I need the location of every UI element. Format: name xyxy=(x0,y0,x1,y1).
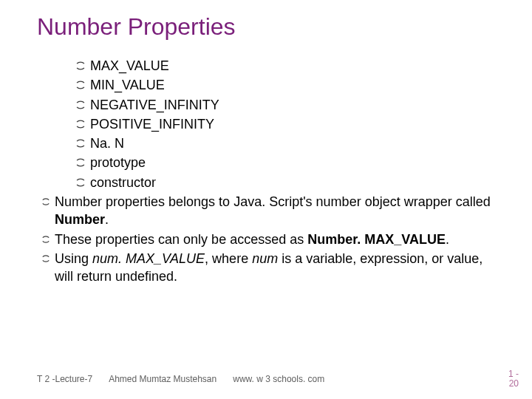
list-item: MAX_VALUE xyxy=(75,57,502,75)
text-bold: Number. MAX_VALUE xyxy=(307,232,446,247)
bullet-icon xyxy=(75,138,86,149)
paragraph: Using num. MAX_VALUE, where num is a var… xyxy=(41,250,502,286)
text-italic: num xyxy=(252,251,282,266)
text-bold: Number xyxy=(55,212,105,227)
bullet-icon xyxy=(41,235,50,244)
content: MAX_VALUE MIN_VALUE NEGATIVE_INFINITY PO… xyxy=(37,57,502,286)
footer-left: T 2 -Lecture-7 xyxy=(37,374,92,384)
list-item: prototype xyxy=(75,154,502,171)
text: , where xyxy=(205,251,252,266)
bullet-icon xyxy=(41,197,50,206)
text: . xyxy=(105,212,109,227)
paragraph-text: Using num. MAX_VALUE, where num is a var… xyxy=(55,250,502,286)
list-item-label: prototype xyxy=(90,154,502,171)
page-number: 1 - 20 xyxy=(508,369,519,389)
list-item: MIN_VALUE xyxy=(75,76,502,94)
text: . xyxy=(446,232,449,247)
page-title: Number Properties xyxy=(37,13,502,41)
bullet-icon xyxy=(75,157,86,168)
list-item-label: Na. N xyxy=(90,134,502,152)
page-number-bot: 20 xyxy=(508,379,519,389)
text: These properties can only be accessed as xyxy=(55,232,307,247)
text: Using xyxy=(55,251,92,266)
footer: T 2 -Lecture-7 Ahmed Mumtaz Mustehsan ww… xyxy=(37,374,324,384)
bullet-icon xyxy=(75,119,86,129)
paragraph: These properties can only be accessed as… xyxy=(41,231,502,248)
list-item-label: constructor xyxy=(90,174,502,191)
list-item: NEGATIVE_INFINITY xyxy=(75,96,502,114)
list-item: Na. N xyxy=(75,134,502,152)
bullet-icon xyxy=(75,80,86,90)
text-italic: num. MAX_VALUE xyxy=(92,251,205,266)
list-item-label: NEGATIVE_INFINITY xyxy=(90,96,502,114)
footer-mid: Ahmed Mumtaz Mustehsan xyxy=(109,374,216,384)
page-number-top: 1 - xyxy=(508,369,519,379)
bullet-icon xyxy=(41,254,50,263)
list-item-label: MIN_VALUE xyxy=(90,76,502,94)
paragraph-text: Number properties belongs to Java. Scrip… xyxy=(55,193,502,229)
slide: Number Properties MAX_VALUE MIN_VALUE NE… xyxy=(0,0,532,399)
list-item: POSITIVE_INFINITY xyxy=(75,115,502,133)
bullet-icon xyxy=(75,177,86,188)
bullet-icon xyxy=(75,61,86,71)
paragraph-text: These properties can only be accessed as… xyxy=(55,231,502,248)
paragraph: Number properties belongs to Java. Scrip… xyxy=(41,193,502,229)
bullet-icon xyxy=(75,100,86,110)
footer-right: www. w 3 schools. com xyxy=(233,374,324,384)
list-item-label: POSITIVE_INFINITY xyxy=(90,115,502,133)
list-item: constructor xyxy=(75,174,502,191)
list-item-label: MAX_VALUE xyxy=(90,57,502,75)
text: Number properties belongs to Java. Scrip… xyxy=(55,194,491,209)
